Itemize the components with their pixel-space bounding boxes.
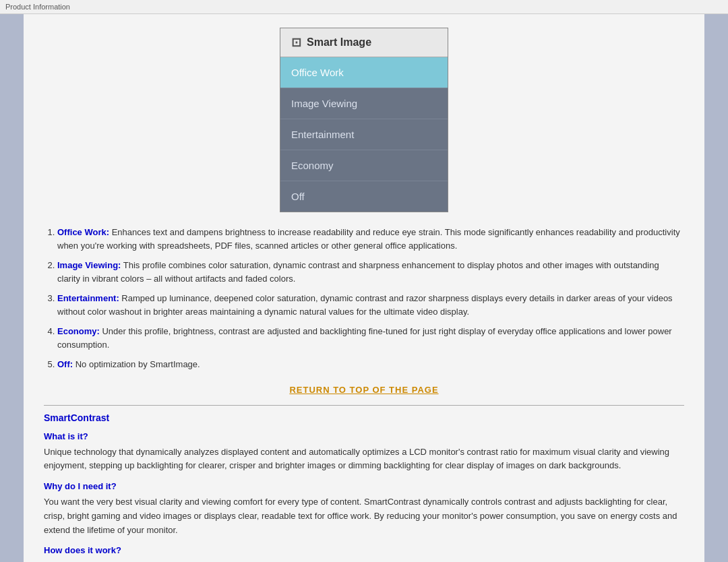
highlight-off: Off: bbox=[57, 359, 73, 369]
text-office-work: Enhances text and dampens brightness to … bbox=[57, 227, 680, 251]
what-is-it-text: Unique technology that dynamically analy… bbox=[44, 445, 684, 474]
what-is-it-subtitle: What is it? bbox=[44, 431, 684, 441]
how-does-it-work-text: When you active SmartContrast which will… bbox=[44, 559, 684, 562]
list-item: Off: No optimization by SmartImage. bbox=[57, 358, 684, 371]
why-need-it-text: You want the very best visual clarity an… bbox=[44, 495, 684, 537]
left-sidebar bbox=[0, 14, 24, 562]
text-off: No optimization by SmartImage. bbox=[73, 359, 200, 369]
list-item: Office Work: Enhances text and dampens b… bbox=[57, 226, 684, 252]
smart-image-icon: ⊡ bbox=[291, 35, 301, 50]
menu-item-economy[interactable]: Economy bbox=[280, 150, 448, 181]
section-divider bbox=[44, 405, 684, 406]
smart-image-menu: ⊡ Smart Image Office Work Image Viewing … bbox=[280, 28, 448, 212]
return-to-top-link[interactable]: RETURN TO TOP OF THE PAGE bbox=[44, 385, 684, 395]
why-need-it-subtitle: Why do I need it? bbox=[44, 481, 684, 491]
highlight-image-viewing: Image Viewing: bbox=[57, 260, 121, 270]
main-content: ⊡ Smart Image Office Work Image Viewing … bbox=[24, 14, 704, 562]
text-image-viewing: This profile combines color saturation, … bbox=[57, 260, 659, 284]
page-title-bar: Product Information bbox=[0, 0, 728, 14]
highlight-office-work: Office Work: bbox=[57, 227, 109, 237]
menu-item-image-viewing[interactable]: Image Viewing bbox=[280, 88, 448, 119]
list-item: Economy: Under this profile, brightness,… bbox=[57, 325, 684, 351]
smart-image-title: Smart Image bbox=[307, 36, 371, 49]
highlight-entertainment: Entertainment: bbox=[57, 293, 119, 303]
menu-item-off[interactable]: Off bbox=[280, 181, 448, 212]
smart-contrast-title: SmartContrast bbox=[44, 412, 684, 423]
right-sidebar bbox=[704, 14, 728, 562]
smart-image-header: ⊡ Smart Image bbox=[280, 28, 448, 57]
menu-item-entertainment[interactable]: Entertainment bbox=[280, 119, 448, 150]
highlight-economy: Economy: bbox=[57, 326, 100, 336]
list-item: Image Viewing: This profile combines col… bbox=[57, 259, 684, 285]
smart-contrast-section: SmartContrast What is it? Unique technol… bbox=[44, 412, 684, 563]
text-entertainment: Ramped up luminance, deepened color satu… bbox=[57, 293, 673, 317]
page-title-text: Product Information bbox=[5, 3, 70, 11]
feature-list: Office Work: Enhances text and dampens b… bbox=[44, 226, 684, 371]
list-item: Entertainment: Ramped up luminance, deep… bbox=[57, 292, 684, 318]
text-economy: Under this profile, brightness, contrast… bbox=[57, 326, 672, 350]
menu-item-office-work[interactable]: Office Work bbox=[280, 57, 448, 88]
how-does-it-work-subtitle: How does it work? bbox=[44, 545, 684, 555]
